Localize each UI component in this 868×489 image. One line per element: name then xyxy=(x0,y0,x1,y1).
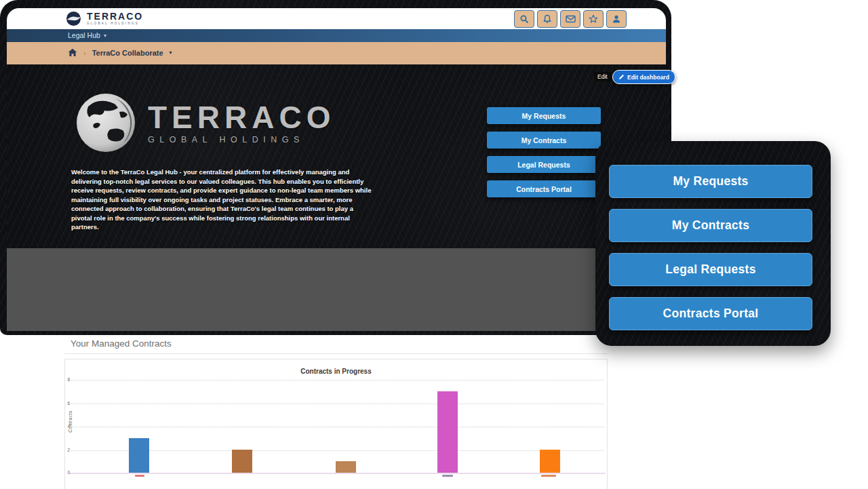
home-icon[interactable] xyxy=(68,48,77,57)
star-icon xyxy=(589,14,598,24)
brand-tagline: GLOBAL HOLDINGS xyxy=(87,22,143,25)
breadcrumb-bar: › TerraCo Collaborate ▾ xyxy=(7,42,666,64)
main-nav-bar: Legal Hub ▾ xyxy=(7,29,666,42)
bell-icon xyxy=(542,14,552,24)
clipped-x-label-fragment xyxy=(541,475,556,477)
chart-bar-4 xyxy=(437,391,458,473)
welcome-text: Welcome to the TerraCo Legal Hub - your … xyxy=(71,168,375,232)
breadcrumb: › TerraCo Collaborate ▾ xyxy=(68,48,172,57)
nav-item-label: Legal Hub xyxy=(68,31,100,39)
user-icon xyxy=(612,14,621,24)
section-divider xyxy=(64,353,607,354)
mail-icon xyxy=(566,15,576,23)
chevron-down-icon: ▾ xyxy=(104,33,106,39)
search-icon xyxy=(519,14,529,24)
user-button[interactable] xyxy=(606,10,627,28)
contracts-portal-button-large[interactable]: Contracts Portal xyxy=(609,297,812,330)
breadcrumb-separator: › xyxy=(83,49,86,57)
brand-name: TERRACO xyxy=(87,12,143,21)
clipped-x-label-fragment xyxy=(442,475,453,477)
my-contracts-button-large[interactable]: My Contracts xyxy=(609,209,812,242)
my-requests-button[interactable]: My Requests xyxy=(487,107,601,124)
top-header-bar: TERRACO GLOBAL HOLDINGS xyxy=(7,8,666,29)
chart-bar-2 xyxy=(232,450,252,473)
hero-brand-name: TERRACO xyxy=(148,102,335,133)
clipped-x-label-fragment xyxy=(135,475,144,477)
bar-group xyxy=(65,359,607,473)
stats-strip: Ongoing Legal Requests 63 Urgent Request… xyxy=(7,248,666,331)
company-logo[interactable]: TERRACO GLOBAL HOLDINGS xyxy=(65,10,143,27)
globe-graphic xyxy=(75,92,137,154)
contracts-chart: Contracts in Progress Contracts 8 6 4 2 … xyxy=(64,359,608,489)
header-icon-row xyxy=(514,10,627,28)
hero-banner: TERRACO GLOBAL HOLDINGS Welcome to the T… xyxy=(7,64,666,248)
my-contracts-button[interactable]: My Contracts xyxy=(487,132,601,149)
mail-button[interactable] xyxy=(560,10,580,28)
page: TERRACO GLOBAL HOLDINGS xyxy=(0,0,868,489)
x-axis-line xyxy=(68,473,606,474)
search-button[interactable] xyxy=(514,10,534,28)
chart-bar-1 xyxy=(129,438,149,473)
breadcrumb-item-terraco-collaborate[interactable]: TerraCo Collaborate xyxy=(92,49,163,57)
hero-brand-tagline: GLOBAL HOLDINGS xyxy=(148,135,335,144)
legal-requests-button[interactable]: Legal Requests xyxy=(487,156,601,173)
quick-links-overlay-panel: My Requests My Contracts Legal Requests … xyxy=(595,141,831,346)
edit-dashboard-label: Edit dashboard xyxy=(627,74,669,81)
section-title: Your Managed Contracts xyxy=(71,338,172,349)
chart-bar-3 xyxy=(336,461,356,473)
notifications-button[interactable] xyxy=(537,10,557,28)
favorites-button[interactable] xyxy=(583,10,604,28)
edit-tooltip: Edit xyxy=(594,72,611,81)
contracts-portal-button[interactable]: Contracts Portal xyxy=(487,180,601,197)
globe-swoosh-icon xyxy=(65,10,82,27)
edit-dashboard-button[interactable]: Edit dashboard xyxy=(612,70,675,84)
pencil-icon xyxy=(618,74,625,80)
chevron-down-icon[interactable]: ▾ xyxy=(170,50,172,56)
nav-item-legal-hub[interactable]: Legal Hub ▾ xyxy=(68,31,106,39)
hero-logo: TERRACO GLOBAL HOLDINGS xyxy=(75,92,335,154)
chart-bar-5 xyxy=(540,450,560,473)
legal-requests-button-large[interactable]: Legal Requests xyxy=(609,253,812,286)
my-requests-button-large[interactable]: My Requests xyxy=(609,165,812,198)
